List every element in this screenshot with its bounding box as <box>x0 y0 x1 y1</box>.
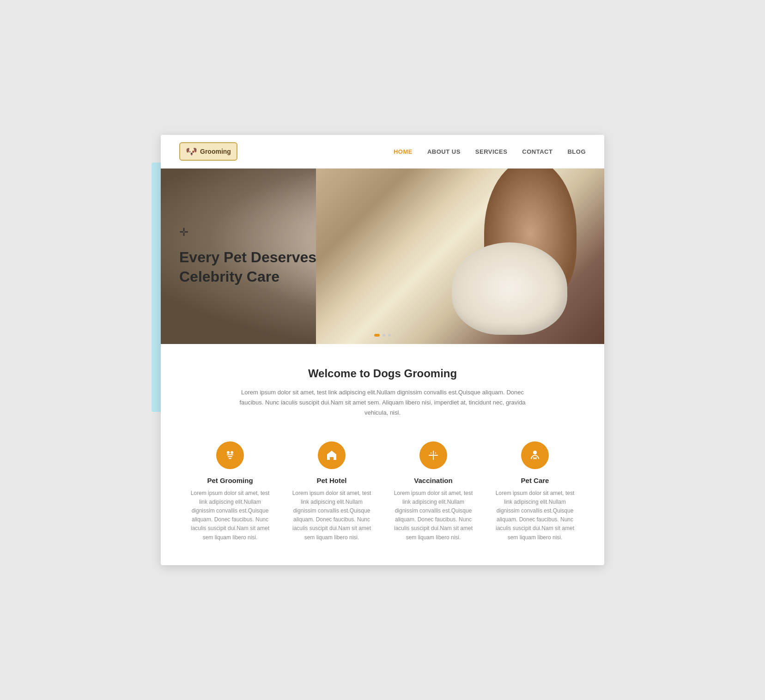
service-title-care: Pet Care <box>493 477 577 484</box>
svg-point-1 <box>231 451 233 454</box>
welcome-section: Welcome to Dogs Grooming Lorem ipsum dol… <box>161 344 604 427</box>
hero-dot-3[interactable] <box>388 334 391 337</box>
navbar: 🐶 Grooming HOME ABOUT US SERVICES CONTAC… <box>161 135 604 169</box>
nav-link-about[interactable]: ABOUT US <box>427 148 461 155</box>
service-icon-care <box>521 441 549 469</box>
svg-point-0 <box>227 451 230 454</box>
service-item-grooming: Pet Grooming Lorem ipsum dolor sit amet,… <box>184 441 276 542</box>
service-icon-vaccination <box>419 441 447 469</box>
service-icon-grooming <box>216 441 244 469</box>
nav-item-contact[interactable]: CONTACT <box>522 147 552 156</box>
svg-rect-3 <box>228 456 232 457</box>
main-card: 🐶 Grooming HOME ABOUT US SERVICES CONTAC… <box>161 135 604 565</box>
move-icon[interactable]: ✛ <box>179 226 316 239</box>
hero-dot-1[interactable] <box>374 334 380 337</box>
logo[interactable]: 🐶 Grooming <box>179 142 237 161</box>
welcome-text: Lorem ipsum dolor sit amet, test link ad… <box>239 387 526 418</box>
nav-link-services[interactable]: SERVICES <box>475 148 508 155</box>
svg-rect-2 <box>227 454 233 455</box>
nav-item-home[interactable]: HOME <box>394 147 413 156</box>
nav-link-contact[interactable]: CONTACT <box>522 148 552 155</box>
services-section: Pet Grooming Lorem ipsum dolor sit amet,… <box>161 428 604 565</box>
nav-link-blog[interactable]: BLOG <box>567 148 586 155</box>
nav-links: HOME ABOUT US SERVICES CONTACT BLOG <box>394 147 586 156</box>
hero-content: ✛ Every Pet Deserves Celebrity Care <box>179 226 316 287</box>
nav-item-services[interactable]: SERVICES <box>475 147 508 156</box>
nav-link-home[interactable]: HOME <box>394 148 413 155</box>
service-icon-hotel <box>318 441 346 469</box>
svg-rect-7 <box>431 453 431 453</box>
hero-dot-2[interactable] <box>382 334 385 337</box>
hero-title: Every Pet Deserves Celebrity Care <box>179 248 316 287</box>
service-item-hotel: Pet Hotel Lorem ipsum dolor sit amet, te… <box>285 441 378 542</box>
welcome-title: Welcome to Dogs Grooming <box>179 367 586 380</box>
service-text-grooming: Lorem ipsum dolor sit amet, test link ad… <box>188 489 272 542</box>
nav-item-about[interactable]: ABOUT US <box>427 147 461 156</box>
service-item-care: Pet Care Lorem ipsum dolor sit amet, tes… <box>489 441 581 542</box>
service-title-vaccination: Vaccination <box>392 477 475 484</box>
service-title-grooming: Pet Grooming <box>188 477 272 484</box>
svg-rect-8 <box>435 453 436 453</box>
nav-item-blog[interactable]: BLOG <box>567 147 586 156</box>
hero-title-line1: Every Pet Deserves <box>179 249 316 266</box>
hero-title-line2: Celebrity Care <box>179 268 279 285</box>
hero-image <box>316 169 604 344</box>
service-text-hotel: Lorem ipsum dolor sit amet, test link ad… <box>290 489 373 542</box>
dog-icon: 🐶 <box>186 146 197 157</box>
hero-section: ✛ Every Pet Deserves Celebrity Care <box>161 169 604 344</box>
hero-dots <box>374 334 391 337</box>
service-title-hotel: Pet Hotel <box>290 477 373 484</box>
outer-wrapper: 🐶 Grooming HOME ABOUT US SERVICES CONTAC… <box>161 135 604 565</box>
svg-rect-6 <box>429 455 438 456</box>
logo-text: Grooming <box>200 148 231 155</box>
service-text-care: Lorem ipsum dolor sit amet, test link ad… <box>493 489 577 542</box>
dog-shape <box>452 242 567 335</box>
service-item-vaccination: Vaccination Lorem ipsum dolor sit amet, … <box>387 441 480 542</box>
service-text-vaccination: Lorem ipsum dolor sit amet, test link ad… <box>392 489 475 542</box>
svg-rect-4 <box>229 458 231 459</box>
svg-point-9 <box>533 451 537 454</box>
